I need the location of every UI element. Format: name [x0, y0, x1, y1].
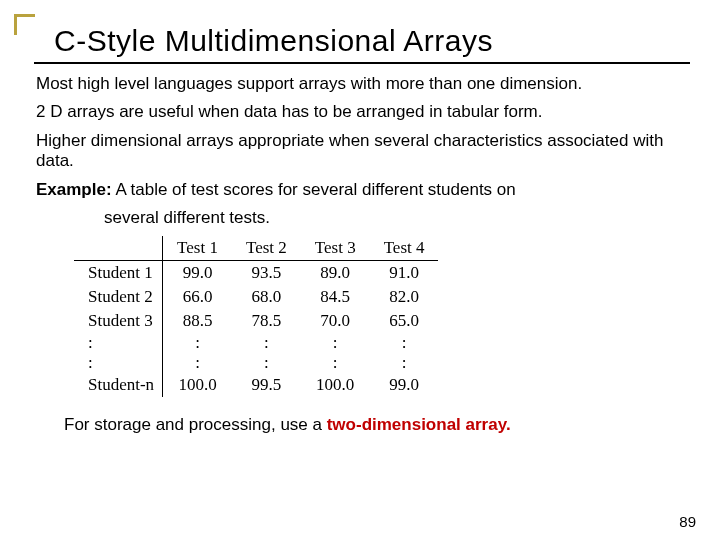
paragraph-3: Higher dimensional arrays appropriate wh… — [36, 131, 688, 172]
cell: 93.5 — [232, 261, 301, 286]
cell: 99.5 — [232, 373, 301, 397]
cell: : — [301, 333, 370, 353]
cell: 99.0 — [163, 261, 232, 286]
table-row: Student 2 66.0 68.0 84.5 82.0 — [74, 285, 438, 309]
example-line: Example: A table of test scores for seve… — [36, 180, 688, 200]
cell: 70.0 — [301, 309, 370, 333]
cell: : — [301, 353, 370, 373]
row-label: : — [74, 333, 163, 353]
cell: 65.0 — [370, 309, 439, 333]
table-row: Student 3 88.5 78.5 70.0 65.0 — [74, 309, 438, 333]
footer-note: For storage and processing, use a two-di… — [64, 415, 690, 435]
scores-table: Test 1 Test 2 Test 3 Test 4 Student 1 99… — [74, 236, 438, 397]
cell: : — [370, 333, 439, 353]
row-label: Student-n — [74, 373, 163, 397]
example-label: Example: — [36, 180, 112, 199]
paragraph-2: 2 D arrays are useful when data has to b… — [36, 102, 688, 122]
footer-highlight: two-dimensional array. — [327, 415, 511, 434]
footer-text-a: For storage and processing, use a — [64, 415, 327, 434]
cell: 68.0 — [232, 285, 301, 309]
table-row-ellipsis: : : : : : — [74, 333, 438, 353]
cell: 91.0 — [370, 261, 439, 286]
example-text-a: A table of test scores for several diffe… — [115, 180, 515, 199]
col-test1: Test 1 — [163, 236, 232, 261]
cell: 66.0 — [163, 285, 232, 309]
col-blank — [74, 236, 163, 261]
cell: 88.5 — [163, 309, 232, 333]
col-test3: Test 3 — [301, 236, 370, 261]
cell: 99.0 — [370, 373, 439, 397]
cell: : — [370, 353, 439, 373]
cell: 100.0 — [163, 373, 232, 397]
page-title: C-Style Multidimensional Arrays — [34, 18, 690, 64]
cell: 100.0 — [301, 373, 370, 397]
table-header-row: Test 1 Test 2 Test 3 Test 4 — [74, 236, 438, 261]
cell: : — [163, 333, 232, 353]
paragraph-1: Most high level languages support arrays… — [36, 74, 688, 94]
col-test2: Test 2 — [232, 236, 301, 261]
page-number: 89 — [679, 513, 696, 530]
col-test4: Test 4 — [370, 236, 439, 261]
table-row-ellipsis: : : : : : — [74, 353, 438, 373]
cell: 84.5 — [301, 285, 370, 309]
cell: : — [163, 353, 232, 373]
cell: 78.5 — [232, 309, 301, 333]
row-label: Student 2 — [74, 285, 163, 309]
cell: : — [232, 333, 301, 353]
cell: 82.0 — [370, 285, 439, 309]
example-text-b: several different tests. — [104, 208, 688, 228]
row-label: Student 1 — [74, 261, 163, 286]
table-row: Student-n 100.0 99.5 100.0 99.0 — [74, 373, 438, 397]
row-label: : — [74, 353, 163, 373]
row-label: Student 3 — [74, 309, 163, 333]
table-row: Student 1 99.0 93.5 89.0 91.0 — [74, 261, 438, 286]
scores-table-wrap: Test 1 Test 2 Test 3 Test 4 Student 1 99… — [74, 236, 690, 397]
accent-corner — [14, 14, 35, 35]
cell: 89.0 — [301, 261, 370, 286]
slide-content: C-Style Multidimensional Arrays Most hig… — [34, 18, 690, 435]
cell: : — [232, 353, 301, 373]
